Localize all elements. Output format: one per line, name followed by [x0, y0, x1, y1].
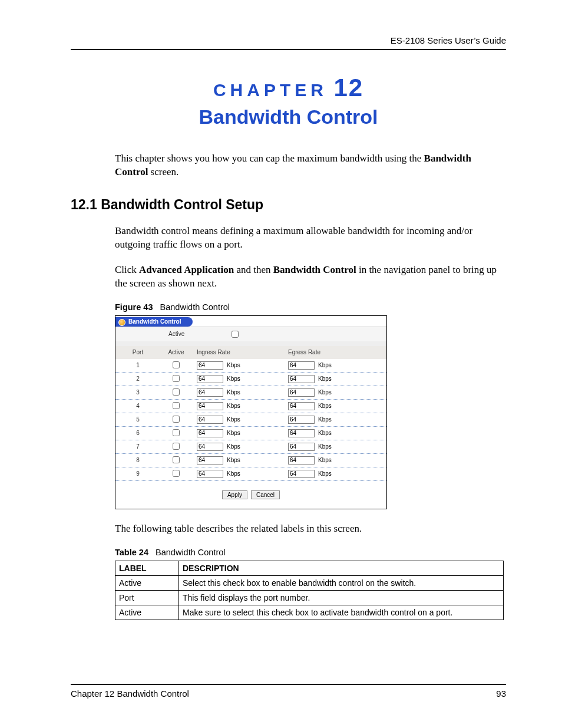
port-number: 6 — [120, 430, 156, 436]
unit-label: Kbps — [227, 362, 240, 368]
th-label: LABEL — [115, 561, 179, 575]
chapter-number: 12 — [333, 74, 363, 101]
cell-label: Active — [115, 605, 179, 620]
port-row: 8KbpsKbps — [115, 454, 386, 467]
chapter-eyebrow: CHAPTER — [213, 80, 328, 100]
unit-label: Kbps — [318, 470, 332, 477]
port-number: 2 — [120, 375, 156, 382]
egress-rate-input[interactable] — [288, 443, 315, 451]
apply-button[interactable]: Apply — [222, 490, 247, 499]
port-active-checkbox[interactable] — [173, 443, 180, 450]
figure-caption: Figure 43 Bandwidth Control — [115, 302, 506, 312]
tab-bandwidth-control[interactable]: Bandwidth Control — [115, 317, 193, 327]
port-number: 7 — [120, 443, 156, 450]
unit-label: Kbps — [318, 457, 332, 463]
port-number: 8 — [120, 457, 156, 463]
cell-description: This field displays the port number. — [179, 590, 504, 605]
unit-label: Kbps — [227, 375, 240, 382]
ingress-rate-input[interactable] — [197, 361, 223, 370]
egress-rate-input[interactable] — [288, 429, 315, 437]
unit-label: Kbps — [227, 430, 240, 436]
bandwidth-control-screenshot: Bandwidth Control Active Port Active Ing… — [115, 315, 387, 509]
port-active-checkbox[interactable] — [173, 375, 180, 382]
col-port: Port — [120, 349, 156, 355]
global-active-label: Active — [168, 331, 184, 337]
tab-label: Bandwidth Control — [128, 318, 181, 325]
egress-rate-input[interactable] — [288, 388, 315, 397]
ingress-rate-input[interactable] — [197, 388, 223, 397]
port-number: 4 — [120, 403, 156, 409]
port-number: 1 — [120, 362, 156, 368]
unit-label: Kbps — [318, 403, 332, 409]
global-active-checkbox[interactable] — [232, 331, 239, 338]
text: and then — [234, 264, 273, 275]
ingress-rate-input[interactable] — [197, 456, 223, 465]
port-row: 7KbpsKbps — [115, 440, 386, 454]
port-active-checkbox[interactable] — [173, 429, 180, 436]
port-row: 5KbpsKbps — [115, 413, 386, 427]
ingress-rate-input[interactable] — [197, 416, 223, 424]
cell-description: Make sure to select this check box to ac… — [179, 605, 504, 620]
cell-label: Active — [115, 575, 179, 590]
port-row: 9KbpsKbps — [115, 467, 386, 481]
col-ingress: Ingress Rate — [197, 349, 288, 355]
egress-rate-input[interactable] — [288, 456, 315, 465]
egress-rate-input[interactable] — [288, 402, 315, 410]
port-row: 6KbpsKbps — [115, 427, 386, 440]
col-egress: Egress Rate — [288, 349, 379, 355]
ingress-rate-input[interactable] — [197, 470, 223, 478]
port-number: 3 — [120, 389, 156, 396]
table-caption: Table 24 Bandwidth Control — [115, 548, 506, 557]
page-footer: Chapter 12 Bandwidth Control 93 — [71, 684, 506, 699]
table-title: Bandwidth Control — [156, 548, 226, 557]
intro-paragraph: This chapter shows you how you can cap t… — [115, 152, 506, 179]
figure-title: Bandwidth Control — [160, 302, 230, 312]
ingress-rate-input[interactable] — [197, 375, 223, 383]
cancel-button[interactable]: Cancel — [251, 490, 280, 499]
body-paragraph: The following table describes the relate… — [115, 522, 506, 536]
port-active-checkbox[interactable] — [173, 416, 180, 423]
text-bold: Advanced Application — [139, 264, 234, 275]
unit-label: Kbps — [227, 403, 240, 409]
port-row: 4KbpsKbps — [115, 400, 386, 413]
figure-label: Figure 43 — [115, 302, 153, 312]
ingress-rate-input[interactable] — [197, 443, 223, 451]
port-active-checkbox[interactable] — [173, 388, 180, 396]
port-row: 3KbpsKbps — [115, 386, 386, 400]
text: This chapter shows you how you can cap t… — [115, 153, 424, 164]
th-description: DESCRIPTION — [179, 561, 504, 575]
tab-dot-icon — [118, 319, 125, 326]
port-active-checkbox[interactable] — [173, 456, 180, 463]
table-row: PortThis field displays the port number. — [115, 590, 504, 605]
port-active-checkbox[interactable] — [173, 402, 180, 409]
chapter-title-block: CHAPTER 12 Bandwidth Control — [71, 74, 506, 129]
port-active-checkbox[interactable] — [173, 361, 180, 368]
egress-rate-input[interactable] — [288, 361, 315, 370]
unit-label: Kbps — [318, 430, 332, 436]
port-row: 1KbpsKbps — [115, 359, 386, 373]
text: screen. — [148, 166, 178, 177]
unit-label: Kbps — [318, 443, 332, 450]
ingress-rate-input[interactable] — [197, 402, 223, 410]
unit-label: Kbps — [227, 443, 240, 450]
cell-description: Select this check box to enable bandwidt… — [179, 575, 504, 590]
section-heading: 12.1 Bandwidth Control Setup — [71, 197, 506, 213]
unit-label: Kbps — [227, 416, 240, 423]
egress-rate-input[interactable] — [288, 416, 315, 424]
port-number: 5 — [120, 416, 156, 423]
text: Click — [115, 264, 139, 275]
table-label: Table 24 — [115, 548, 148, 557]
port-active-checkbox[interactable] — [173, 470, 180, 477]
unit-label: Kbps — [227, 457, 240, 463]
unit-label: Kbps — [318, 375, 332, 382]
body-paragraph: Bandwidth control means defining a maxim… — [115, 225, 506, 252]
unit-label: Kbps — [227, 389, 240, 396]
table-row: ActiveSelect this check box to enable ba… — [115, 575, 504, 590]
unit-label: Kbps — [318, 362, 332, 368]
description-table: LABEL DESCRIPTION ActiveSelect this chec… — [115, 561, 504, 620]
footer-left: Chapter 12 Bandwidth Control — [71, 689, 189, 699]
unit-label: Kbps — [318, 416, 332, 423]
ingress-rate-input[interactable] — [197, 429, 223, 437]
egress-rate-input[interactable] — [288, 375, 315, 383]
egress-rate-input[interactable] — [288, 470, 315, 478]
